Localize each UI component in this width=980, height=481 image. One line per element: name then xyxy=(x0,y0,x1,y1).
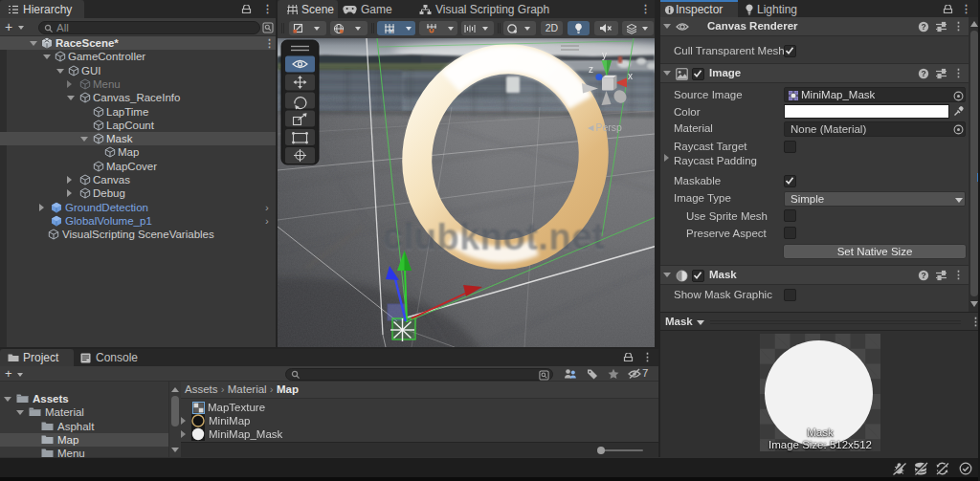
svg-text:Y: Y xyxy=(390,28,394,34)
svg-text:x: x xyxy=(628,71,633,81)
svg-text:y: y xyxy=(602,50,607,60)
svg-text:◄Persp: ◄Persp xyxy=(586,121,622,133)
svg-text:?: ? xyxy=(922,22,926,32)
svg-text:clubknot.net: clubknot.net xyxy=(383,217,605,257)
svg-text:?: ? xyxy=(922,69,926,78)
svg-text:?: ? xyxy=(922,271,926,280)
svg-text:z: z xyxy=(589,64,593,75)
